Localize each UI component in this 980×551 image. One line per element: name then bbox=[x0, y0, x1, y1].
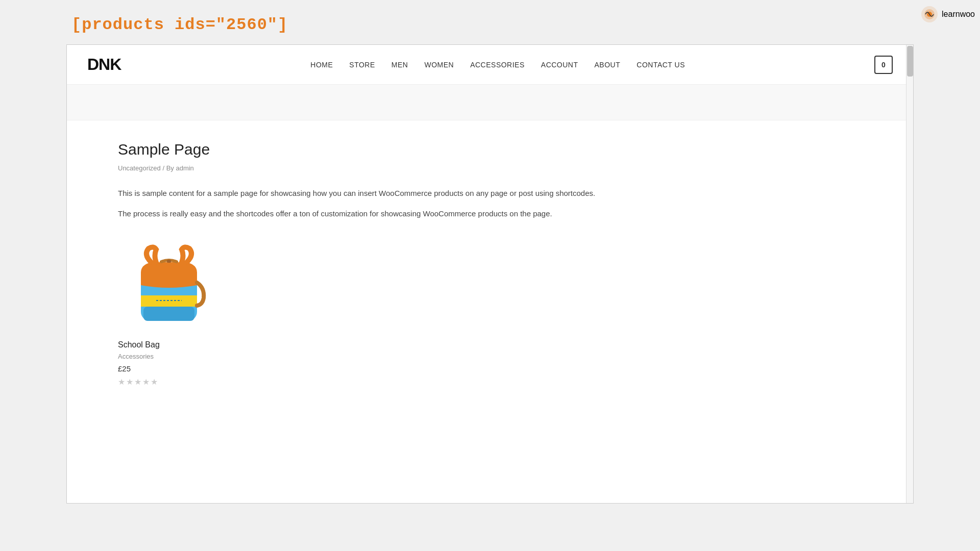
star-4: ★ bbox=[142, 377, 150, 387]
product-image bbox=[118, 240, 220, 332]
nav-about[interactable]: ABOUT bbox=[595, 60, 621, 69]
nav-accessories-link[interactable]: ACCESSORIES bbox=[470, 61, 525, 69]
page-description-2: The process is really easy and the short… bbox=[118, 208, 862, 220]
page-description-1: This is sample content for a sample page… bbox=[118, 187, 862, 199]
star-5: ★ bbox=[151, 377, 158, 387]
school-bag-image bbox=[128, 244, 210, 329]
nav-home[interactable]: HOME bbox=[310, 60, 333, 69]
svg-rect-7 bbox=[167, 260, 171, 263]
product-category: Accessories bbox=[118, 353, 230, 360]
nav-women[interactable]: WOMEN bbox=[424, 60, 454, 69]
svg-rect-5 bbox=[143, 307, 194, 321]
main-content: Sample Page Uncategorized / By admin Thi… bbox=[67, 120, 913, 417]
nav-account[interactable]: ACCOUNT bbox=[541, 60, 578, 69]
learnwoo-logo: learnwoo bbox=[920, 5, 975, 23]
page-title: Sample Page bbox=[118, 141, 862, 158]
nav-store[interactable]: STORE bbox=[349, 60, 375, 69]
learnwoo-logo-text: learnwoo bbox=[942, 10, 975, 19]
nav-contact-link[interactable]: CONTACT US bbox=[636, 61, 685, 69]
star-3: ★ bbox=[134, 377, 141, 387]
nav-women-link[interactable]: WOMEN bbox=[424, 61, 454, 69]
product-card[interactable]: School Bag Accessories £25 ★ ★ ★ ★ ★ bbox=[118, 240, 230, 387]
scrollbar-thumb[interactable] bbox=[907, 46, 913, 77]
shortcode-bar: [products ids="2560"] bbox=[0, 0, 980, 44]
nav-accessories[interactable]: ACCESSORIES bbox=[470, 60, 525, 69]
shortcode-text: [products ids="2560"] bbox=[71, 15, 288, 34]
nav-store-link[interactable]: STORE bbox=[349, 61, 375, 69]
nav-men-link[interactable]: MEN bbox=[391, 61, 408, 69]
browser-window: DNK HOME STORE MEN WOMEN ACCESSORIES ACC… bbox=[66, 44, 914, 504]
site-logo[interactable]: DNK bbox=[87, 55, 121, 74]
nav-men[interactable]: MEN bbox=[391, 60, 408, 69]
nav-home-link[interactable]: HOME bbox=[310, 61, 333, 69]
learnwoo-logo-icon bbox=[920, 5, 939, 23]
navbar: DNK HOME STORE MEN WOMEN ACCESSORIES ACC… bbox=[67, 45, 913, 85]
product-rating: ★ ★ ★ ★ ★ bbox=[118, 377, 230, 387]
star-2: ★ bbox=[126, 377, 133, 387]
nav-strip bbox=[67, 85, 913, 120]
scrollbar[interactable] bbox=[906, 45, 913, 503]
product-price: £25 bbox=[118, 364, 230, 373]
product-grid: School Bag Accessories £25 ★ ★ ★ ★ ★ bbox=[118, 240, 862, 387]
cart-count: 0 bbox=[881, 61, 886, 69]
nav-about-link[interactable]: ABOUT bbox=[595, 61, 621, 69]
star-1: ★ bbox=[118, 377, 125, 387]
page-meta: Uncategorized / By admin bbox=[118, 164, 862, 172]
nav-account-link[interactable]: ACCOUNT bbox=[541, 61, 578, 69]
nav-links: HOME STORE MEN WOMEN ACCESSORIES ACCOUNT… bbox=[310, 60, 685, 69]
cart-button[interactable]: 0 bbox=[874, 56, 893, 74]
product-name[interactable]: School Bag bbox=[118, 340, 230, 349]
nav-contact[interactable]: CONTACT US bbox=[636, 60, 685, 69]
